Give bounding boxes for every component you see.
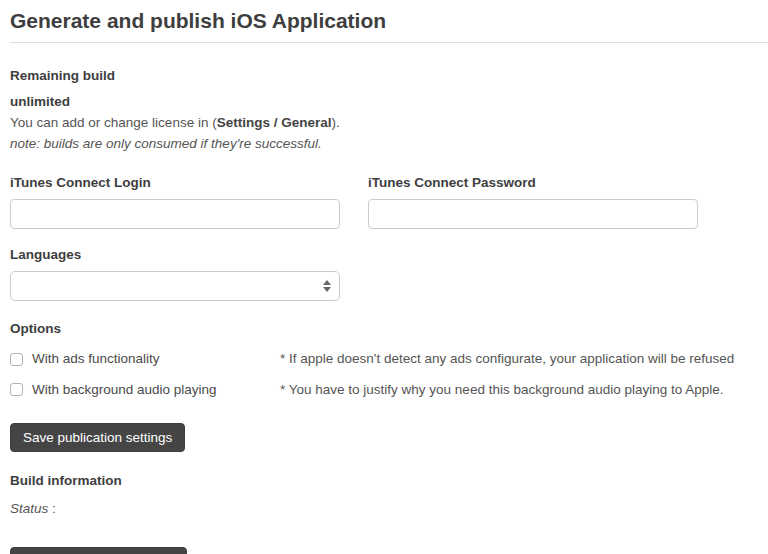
background-audio-checkbox[interactable]	[10, 383, 23, 396]
option-ads-control: With ads functionality	[10, 350, 280, 368]
license-note: note: builds are only consumed if they'r…	[10, 135, 758, 153]
languages-select[interactable]	[10, 271, 340, 301]
options-section: Options With ads functionality * If appl…	[10, 321, 758, 398]
option-row-audio: With background audio playing * You have…	[10, 381, 758, 399]
title-divider	[10, 42, 768, 43]
remaining-build-value: unlimited	[10, 94, 758, 109]
credentials-row: iTunes Connect Login iTunes Connect Pass…	[10, 175, 758, 229]
license-hint-suffix: ).	[331, 115, 339, 130]
login-field-group: iTunes Connect Login	[10, 175, 340, 229]
itunes-login-label: iTunes Connect Login	[10, 175, 340, 190]
ads-option-note: * If apple doesn't detect any ads config…	[280, 350, 734, 368]
background-audio-checkbox-label[interactable]: With background audio playing	[32, 381, 217, 399]
languages-label: Languages	[10, 247, 758, 262]
option-row-ads: With ads functionality * If apple doesn'…	[10, 350, 758, 368]
remaining-build-heading: Remaining build	[10, 68, 758, 83]
save-publication-settings-button[interactable]: Save publication settings	[10, 423, 185, 452]
audio-option-note: * You have to justify why you need this …	[280, 381, 724, 399]
save-button-row: Save publication settings	[10, 423, 758, 452]
languages-select-wrap	[10, 271, 340, 301]
option-audio-control: With background audio playing	[10, 381, 280, 399]
page-title: Generate and publish iOS Application	[10, 8, 758, 33]
options-heading: Options	[10, 321, 758, 336]
license-hint-path: Settings / General	[217, 115, 332, 130]
build-information-heading: Build information	[10, 473, 758, 488]
license-section: Remaining build unlimited You can add or…	[10, 68, 758, 152]
generate-and-publish-button[interactable]: Generate and Publish	[10, 547, 187, 554]
generate-button-row: Generate and Publish	[10, 547, 758, 554]
status-label: Status	[10, 501, 48, 516]
languages-field-group: Languages	[10, 247, 758, 301]
ads-checkbox-label[interactable]: With ads functionality	[32, 350, 160, 368]
itunes-password-label: iTunes Connect Password	[368, 175, 698, 190]
ads-checkbox[interactable]	[10, 353, 23, 366]
status-separator: :	[48, 501, 56, 516]
build-information-section: Build information Status :	[10, 473, 758, 516]
build-status-line: Status :	[10, 501, 758, 516]
save-button-label: Save publication settings	[23, 430, 172, 445]
license-hint-prefix: You can add or change license in (	[10, 115, 217, 130]
password-field-group: iTunes Connect Password	[368, 175, 698, 229]
itunes-login-input[interactable]	[10, 199, 340, 229]
itunes-password-input[interactable]	[368, 199, 698, 229]
license-change-hint: You can add or change license in (Settin…	[10, 114, 758, 132]
